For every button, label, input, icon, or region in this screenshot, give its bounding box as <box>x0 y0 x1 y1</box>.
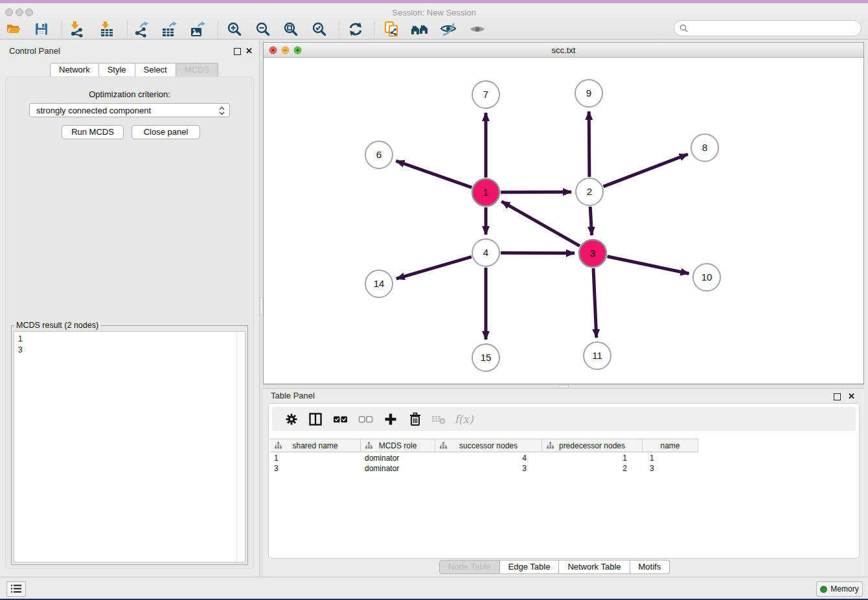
table-row[interactable]: 3dominator323 <box>270 463 698 474</box>
column-header-shared-name[interactable]: shared name <box>270 439 361 452</box>
graph-node-6[interactable]: 6 <box>365 141 393 168</box>
hide-selected-button[interactable] <box>439 20 458 38</box>
zoom-fit-button[interactable] <box>281 20 301 38</box>
table-cell[interactable]: 1 <box>643 453 698 463</box>
column-header-successor-nodes[interactable]: successor nodes <box>435 439 542 452</box>
tab-node-table[interactable]: Node Table <box>439 560 500 574</box>
horizontal-splitter[interactable] <box>263 384 864 389</box>
graph-edge-3-1[interactable] <box>501 202 580 246</box>
delete-table-button[interactable] <box>430 410 448 428</box>
table-panel-close-icon[interactable]: ✕ <box>848 393 855 400</box>
table-cell[interactable]: 4 <box>435 453 542 463</box>
task-history-button[interactable] <box>6 581 26 597</box>
column-header-name[interactable]: name <box>643 439 698 452</box>
graph-node-8[interactable]: 8 <box>691 134 718 161</box>
table-cell[interactable]: dominator <box>361 453 435 463</box>
graph-edge-1-6[interactable] <box>396 161 472 187</box>
graph-node-14[interactable]: 14 <box>365 270 393 297</box>
network-window-titlebar[interactable]: scc.txt <box>264 43 863 58</box>
deselect-all-button[interactable] <box>357 410 375 428</box>
first-neighbors-button[interactable] <box>410 20 429 38</box>
tab-edge-table[interactable]: Edge Table <box>500 560 560 574</box>
criterion-select[interactable]: strongly connected component <box>29 103 230 117</box>
run-mcds-button[interactable]: Run MCDS <box>62 125 124 139</box>
show-all-button[interactable] <box>468 20 487 38</box>
table-cell[interactable]: 2 <box>542 463 643 474</box>
network-canvas[interactable]: 1234678910111415 <box>264 58 863 384</box>
tree-icon <box>365 442 372 451</box>
memory-button[interactable]: Memory <box>816 581 863 597</box>
column-header-predecessor-nodes[interactable]: predecessor nodes <box>542 439 643 452</box>
toolbar-separator <box>218 21 218 38</box>
graph-node-15[interactable]: 15 <box>472 344 499 371</box>
graph-edge-3-10[interactable] <box>608 257 689 274</box>
graph-node-7[interactable]: 7 <box>472 81 499 108</box>
graph-node-4[interactable]: 4 <box>472 239 499 266</box>
select-all-button[interactable] <box>332 410 350 428</box>
table-cell[interactable]: 1 <box>270 453 361 463</box>
table-cell[interactable]: 3 <box>643 463 698 474</box>
svg-text:4: 4 <box>483 247 488 258</box>
show-columns-button[interactable] <box>306 410 325 428</box>
tab-select[interactable]: Select <box>135 63 176 77</box>
import-table-button[interactable] <box>97 20 117 38</box>
table-panel: Table Panel ✕ <box>263 389 864 577</box>
tree-icon <box>275 442 282 451</box>
mcds-result-scrollbar[interactable] <box>236 332 245 562</box>
add-column-button[interactable] <box>382 410 400 428</box>
table-row[interactable]: 1dominator411 <box>270 453 698 463</box>
table-cell[interactable]: 3 <box>270 463 361 474</box>
delete-row-button[interactable] <box>406 410 424 428</box>
column-header-MCDS-role[interactable]: MCDS role <box>361 439 435 452</box>
table-cell[interactable]: 1 <box>542 453 643 463</box>
graph-edge-3-11[interactable] <box>593 268 597 338</box>
tab-network-table[interactable]: Network Table <box>559 560 630 574</box>
apply-function-button[interactable]: f(x) <box>455 410 473 428</box>
search-input[interactable] <box>688 23 861 33</box>
search-icon <box>680 24 688 32</box>
houses-icon <box>411 21 429 38</box>
export-network-button[interactable] <box>131 20 151 38</box>
table-cell[interactable]: 3 <box>435 463 542 474</box>
graph-edge-2-8[interactable] <box>603 154 687 187</box>
save-session-button[interactable] <box>32 20 51 38</box>
clone-network-button[interactable] <box>382 20 401 38</box>
open-session-button[interactable] <box>4 20 23 38</box>
graph-edge-2-9[interactable] <box>589 111 589 177</box>
import-network-button[interactable] <box>67 20 86 38</box>
tab-network[interactable]: Network <box>50 63 99 77</box>
svg-text:10: 10 <box>702 271 713 283</box>
zoom-out-button[interactable] <box>253 20 273 38</box>
control-panel-close-icon[interactable]: ✕ <box>246 47 253 54</box>
export-image-button[interactable] <box>188 20 207 38</box>
table-panel-float-icon[interactable] <box>834 393 841 400</box>
apply-layout-button[interactable] <box>346 20 365 38</box>
graph-node-3[interactable]: 3 <box>579 240 606 267</box>
graph-edge-1-2[interactable] <box>501 192 571 192</box>
close-panel-button[interactable]: Close panel <box>131 125 200 139</box>
horizontal-splitter-handle[interactable] <box>558 385 569 388</box>
tab-style[interactable]: Style <box>99 63 135 77</box>
zoom-in-button[interactable] <box>225 20 244 38</box>
table-panel-tabs: Node Table Edge Table Network Table Moti… <box>439 560 670 574</box>
graph-node-1[interactable]: 1 <box>472 179 499 206</box>
graph-edge-4-14[interactable] <box>396 257 472 279</box>
export-table-icon <box>161 21 177 38</box>
export-table-button[interactable] <box>159 20 179 38</box>
control-panel-float-icon[interactable] <box>234 48 241 55</box>
table-cell[interactable]: dominator <box>361 463 435 474</box>
graph-node-11[interactable]: 11 <box>584 342 611 369</box>
svg-text:9: 9 <box>586 87 591 98</box>
tab-motifs[interactable]: Motifs <box>630 560 670 574</box>
mcds-result-textarea[interactable]: 1 3 <box>14 331 246 562</box>
graph-edge-2-3[interactable] <box>590 207 591 235</box>
table-settings-button[interactable] <box>282 410 301 428</box>
graph-node-2[interactable]: 2 <box>576 178 603 205</box>
tab-mcds[interactable]: MCDS <box>176 63 218 77</box>
graph-node-10[interactable]: 10 <box>693 264 720 291</box>
graph-node-9[interactable]: 9 <box>575 80 602 107</box>
graph-edge-4-3[interactable] <box>501 253 575 253</box>
zoom-selected-icon <box>311 21 328 38</box>
zoom-selected-button[interactable] <box>310 20 329 38</box>
search-field[interactable] <box>674 20 862 36</box>
